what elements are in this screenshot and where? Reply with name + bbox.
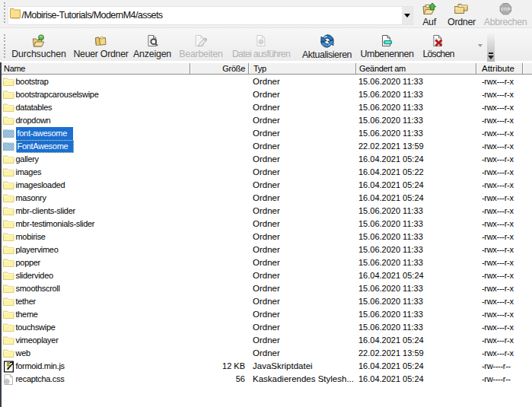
svg-text:STOP: STOP	[501, 8, 510, 11]
